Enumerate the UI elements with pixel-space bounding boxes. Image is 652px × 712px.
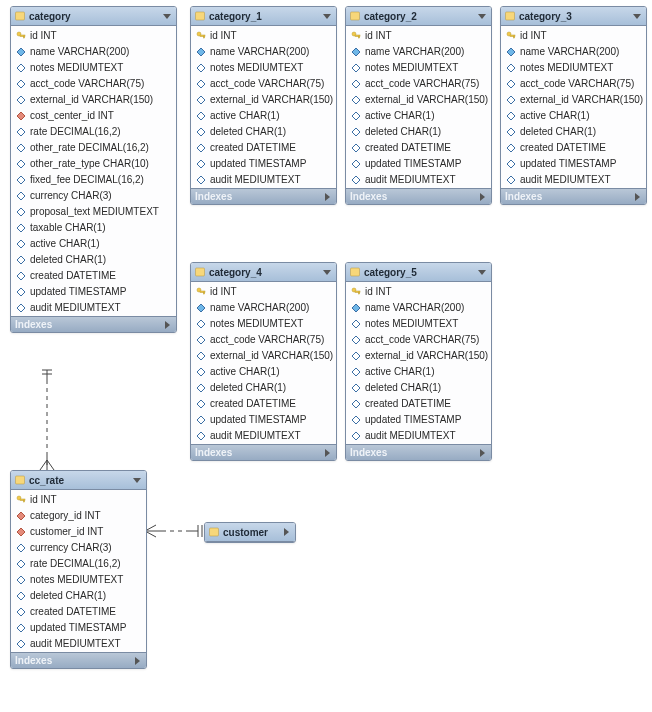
entity-header[interactable]: cc_rate [11,471,146,490]
entity-cc_rate[interactable]: cc_rateid INTcategory_id INTcustomer_id … [10,470,147,669]
entity-footer-indexes[interactable]: Indexes [11,652,146,668]
entity-footer-indexes[interactable]: Indexes [501,188,646,204]
column-row[interactable]: deleted CHAR(1) [346,380,491,396]
column-row[interactable]: external_id VARCHAR(150) [346,348,491,364]
column-row[interactable]: deleted CHAR(1) [191,124,336,140]
entity-header[interactable]: category_4 [191,263,336,282]
column-row[interactable]: updated TIMESTAMP [501,156,646,172]
collapse-button[interactable] [632,11,642,21]
expand-button[interactable] [162,320,172,330]
entity-customer[interactable]: customer [204,522,296,543]
column-row[interactable]: rate DECIMAL(16,2) [11,124,176,140]
column-row[interactable]: notes MEDIUMTEXT [346,60,491,76]
column-row[interactable]: acct_code VARCHAR(75) [11,76,176,92]
expand-button[interactable] [477,192,487,202]
collapse-button[interactable] [477,267,487,277]
column-row[interactable]: deleted CHAR(1) [11,252,176,268]
column-row[interactable]: audit MEDIUMTEXT [191,172,336,188]
column-row[interactable]: active CHAR(1) [191,364,336,380]
column-row[interactable]: updated TIMESTAMP [11,620,146,636]
entity-footer-indexes[interactable]: Indexes [191,444,336,460]
expand-button[interactable] [477,448,487,458]
column-row[interactable]: audit MEDIUMTEXT [11,636,146,652]
collapse-button[interactable] [322,11,332,21]
column-row[interactable]: deleted CHAR(1) [501,124,646,140]
column-row[interactable]: customer_id INT [11,524,146,540]
column-row[interactable]: active CHAR(1) [346,108,491,124]
column-row[interactable]: name VARCHAR(200) [346,300,491,316]
column-row[interactable]: created DATETIME [501,140,646,156]
column-row[interactable]: created DATETIME [191,140,336,156]
column-row[interactable]: audit MEDIUMTEXT [11,300,176,316]
column-row[interactable]: external_id VARCHAR(150) [11,92,176,108]
column-row[interactable]: proposal_text MEDIUMTEXT [11,204,176,220]
column-row[interactable]: acct_code VARCHAR(75) [191,76,336,92]
column-row[interactable]: updated TIMESTAMP [191,156,336,172]
entity-footer-indexes[interactable]: Indexes [346,188,491,204]
column-row[interactable]: fixed_fee DECIMAL(16,2) [11,172,176,188]
column-row[interactable]: external_id VARCHAR(150) [346,92,491,108]
column-row[interactable]: active CHAR(1) [346,364,491,380]
column-row[interactable]: other_rate_type CHAR(10) [11,156,176,172]
column-row[interactable]: acct_code VARCHAR(75) [191,332,336,348]
column-row[interactable]: deleted CHAR(1) [346,124,491,140]
column-row[interactable]: created DATETIME [11,604,146,620]
column-row[interactable]: audit MEDIUMTEXT [501,172,646,188]
entity-category_1[interactable]: category_1id INTname VARCHAR(200)notes M… [190,6,337,205]
column-row[interactable]: acct_code VARCHAR(75) [501,76,646,92]
expand-button[interactable] [632,192,642,202]
column-row[interactable]: audit MEDIUMTEXT [346,428,491,444]
entity-header[interactable]: category_1 [191,7,336,26]
column-row[interactable]: created DATETIME [11,268,176,284]
collapse-button[interactable] [322,267,332,277]
column-row[interactable]: active CHAR(1) [191,108,336,124]
entity-category[interactable]: categoryid INTname VARCHAR(200)notes MED… [10,6,177,333]
column-row[interactable]: id INT [346,28,491,44]
collapse-button[interactable] [281,527,291,537]
column-row[interactable]: deleted CHAR(1) [191,380,336,396]
column-row[interactable]: created DATETIME [346,140,491,156]
column-row[interactable]: acct_code VARCHAR(75) [346,332,491,348]
entity-category_5[interactable]: category_5id INTname VARCHAR(200)notes M… [345,262,492,461]
collapse-button[interactable] [132,475,142,485]
column-row[interactable]: category_id INT [11,508,146,524]
expand-button[interactable] [322,448,332,458]
column-row[interactable]: id INT [191,284,336,300]
column-row[interactable]: audit MEDIUMTEXT [191,428,336,444]
column-row[interactable]: name VARCHAR(200) [501,44,646,60]
column-row[interactable]: active CHAR(1) [501,108,646,124]
column-row[interactable]: name VARCHAR(200) [191,44,336,60]
entity-header[interactable]: category_2 [346,7,491,26]
column-row[interactable]: notes MEDIUMTEXT [346,316,491,332]
entity-header[interactable]: category [11,7,176,26]
column-row[interactable]: id INT [11,28,176,44]
column-row[interactable]: created DATETIME [346,396,491,412]
column-row[interactable]: notes MEDIUMTEXT [11,572,146,588]
column-row[interactable]: taxable CHAR(1) [11,220,176,236]
column-row[interactable]: other_rate DECIMAL(16,2) [11,140,176,156]
column-row[interactable]: id INT [191,28,336,44]
entity-footer-indexes[interactable]: Indexes [191,188,336,204]
collapse-button[interactable] [162,11,172,21]
column-row[interactable]: external_id VARCHAR(150) [501,92,646,108]
column-row[interactable]: currency CHAR(3) [11,540,146,556]
column-row[interactable]: active CHAR(1) [11,236,176,252]
column-row[interactable]: id INT [11,492,146,508]
column-row[interactable]: notes MEDIUMTEXT [501,60,646,76]
entity-category_4[interactable]: category_4id INTname VARCHAR(200)notes M… [190,262,337,461]
column-row[interactable]: name VARCHAR(200) [11,44,176,60]
column-row[interactable]: cost_center_id INT [11,108,176,124]
entity-footer-indexes[interactable]: Indexes [11,316,176,332]
column-row[interactable]: notes MEDIUMTEXT [11,60,176,76]
column-row[interactable]: created DATETIME [191,396,336,412]
column-row[interactable]: rate DECIMAL(16,2) [11,556,146,572]
column-row[interactable]: audit MEDIUMTEXT [346,172,491,188]
expand-button[interactable] [132,656,142,666]
column-row[interactable]: id INT [346,284,491,300]
column-row[interactable]: id INT [501,28,646,44]
column-row[interactable]: notes MEDIUMTEXT [191,60,336,76]
column-row[interactable]: external_id VARCHAR(150) [191,348,336,364]
column-row[interactable]: name VARCHAR(200) [346,44,491,60]
column-row[interactable]: currency CHAR(3) [11,188,176,204]
column-row[interactable]: acct_code VARCHAR(75) [346,76,491,92]
